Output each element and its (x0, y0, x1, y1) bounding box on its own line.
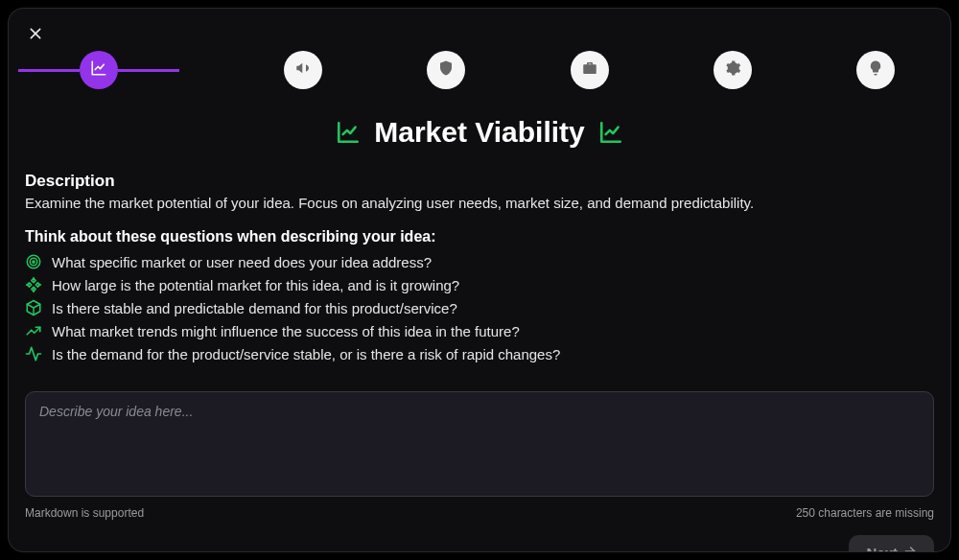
question-item: How large is the potential market for th… (25, 276, 934, 293)
activity-icon (25, 345, 42, 362)
questions-list: What specific market or user need does y… (25, 253, 934, 368)
step-3[interactable] (427, 51, 465, 89)
markdown-hint: Markdown is supported (25, 506, 144, 520)
lightbulb-icon (867, 59, 884, 81)
page-title-row: Market Viability (25, 116, 934, 149)
cube-icon (25, 299, 42, 316)
bullhorn-icon (294, 59, 312, 81)
description-text: Examine the market potential of your ide… (25, 195, 934, 211)
description-label: Description (25, 172, 934, 191)
chart-line-icon (336, 120, 361, 145)
question-text: How large is the potential market for th… (52, 277, 459, 293)
question-item: What specific market or user need does y… (25, 253, 934, 270)
target-icon (25, 253, 42, 270)
step-1[interactable] (80, 51, 118, 89)
expand-icon (25, 276, 42, 293)
page-title: Market Viability (374, 116, 585, 149)
question-item: Is the demand for the product/service st… (25, 345, 934, 362)
chart-line-icon (90, 59, 107, 81)
step-line (895, 69, 941, 72)
question-item: What market trends might influence the s… (25, 322, 934, 339)
close-button[interactable] (18, 18, 53, 53)
next-button[interactable]: Next (849, 535, 934, 552)
question-text: What specific market or user need does y… (52, 254, 432, 270)
close-icon (28, 26, 43, 45)
svg-point-4 (33, 261, 35, 263)
step-4[interactable] (571, 51, 609, 89)
char-count-hint: 250 characters are missing (796, 506, 934, 520)
questions-label: Think about these questions when describ… (25, 228, 934, 245)
chart-line-icon (598, 120, 623, 145)
next-button-label: Next (866, 545, 898, 552)
step-5[interactable] (713, 51, 752, 89)
shield-icon (437, 59, 455, 81)
arrow-right-icon (903, 545, 917, 552)
step-2[interactable] (284, 51, 322, 89)
wizard-modal: Market Viability Description Examine the… (8, 8, 951, 552)
question-text: Is the demand for the product/service st… (52, 346, 560, 362)
trending-up-icon (25, 322, 42, 339)
stepper (9, 51, 950, 89)
question-text: Is there stable and predictable demand f… (52, 300, 457, 316)
question-item: Is there stable and predictable demand f… (25, 299, 934, 316)
step-line (18, 69, 80, 72)
gear-icon (724, 59, 741, 81)
step-6[interactable] (856, 51, 895, 89)
idea-textarea[interactable] (25, 391, 934, 497)
question-text: What market trends might influence the s… (52, 323, 520, 339)
step-line (118, 69, 179, 72)
briefcase-icon (581, 59, 598, 81)
